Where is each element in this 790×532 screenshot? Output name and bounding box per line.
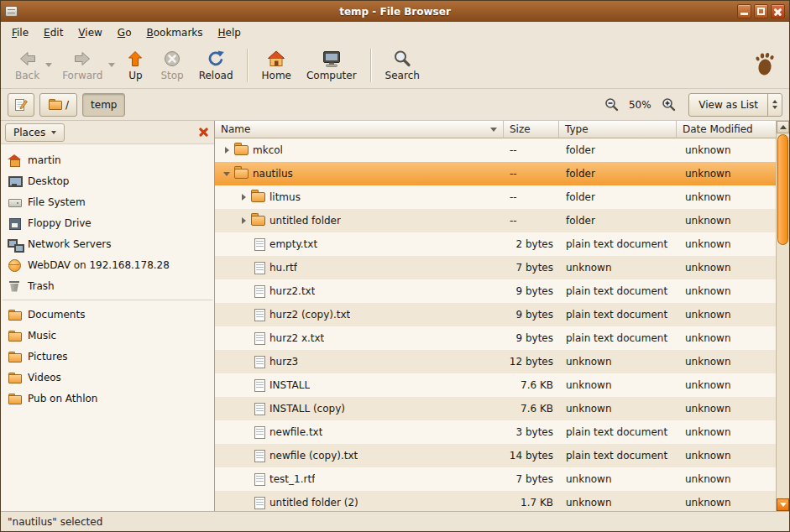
table-row[interactable]: empty.txt 2 bytes plain text document un… (215, 232, 776, 256)
sidebar-item-desktop[interactable]: Desktop (1, 170, 214, 191)
back-history-dropdown-icon[interactable] (44, 63, 53, 67)
menu-edit[interactable]: Edit (36, 23, 71, 42)
name-cell: hurz2 x.txt (215, 326, 504, 350)
up-button[interactable]: Up (118, 46, 153, 84)
view-mode-stepper-icon[interactable] (767, 94, 782, 116)
table-row[interactable]: INSTALL (copy) 7.6 KB unknown unknown (215, 397, 776, 420)
zoom-out-button[interactable] (601, 95, 621, 115)
vertical-scrollbar[interactable] (776, 121, 789, 511)
type-cell: plain text document (559, 285, 677, 297)
sidebar-item-pictures[interactable]: Pictures (1, 346, 214, 367)
date-cell: unknown (677, 450, 776, 462)
close-sidebar-icon[interactable] (197, 126, 210, 138)
text-file-icon (254, 473, 265, 486)
table-row[interactable]: mkcol -- folder unknown (215, 138, 776, 162)
date-cell: unknown (677, 426, 776, 438)
reload-icon (206, 49, 226, 69)
table-row[interactable]: hurz2.txt 9 bytes plain text document un… (215, 279, 776, 303)
sidebar-item-floppy-drive[interactable]: Floppy Drive (1, 212, 214, 233)
minimize-icon[interactable] (737, 4, 751, 18)
table-row-selected[interactable]: nautilus -- folder unknown (215, 162, 776, 185)
sidebar-item-pub-on-athlon[interactable]: Pub on Athlon (1, 388, 214, 409)
type-cell: plain text document (559, 450, 677, 462)
table-row[interactable]: newfile.txt 3 bytes plain text document … (215, 420, 776, 444)
sidebar-item-documents[interactable]: Documents (1, 304, 214, 325)
size-cell: -- (504, 168, 559, 180)
window-icon (5, 6, 18, 17)
back-arrow-icon (18, 49, 38, 69)
forward-button[interactable]: Forward (55, 46, 110, 84)
sidebar-item-trash[interactable]: Trash (1, 275, 214, 296)
column-header-date-modified[interactable]: Date Modified (677, 121, 776, 138)
date-cell: unknown (677, 144, 776, 156)
sidebar-view-selector[interactable]: Places (5, 123, 65, 142)
menu-go[interactable]: Go (110, 23, 139, 42)
view-mode-select[interactable]: View as List (688, 93, 782, 117)
menu-view[interactable]: View (71, 23, 109, 42)
sidebar-item-videos[interactable]: Videos (1, 367, 214, 388)
sidebar-item-network-servers[interactable]: Network Servers (1, 233, 214, 254)
reload-button[interactable]: Reload (191, 46, 241, 84)
maximize-icon[interactable] (754, 4, 768, 18)
folder-icon (8, 392, 21, 405)
search-button[interactable]: Search (378, 46, 427, 84)
scrollbar-track[interactable] (777, 133, 789, 498)
table-row[interactable]: hu.rtf 7 bytes unknown unknown (215, 256, 776, 279)
sidebar-header: Places (1, 121, 214, 144)
close-icon[interactable] (771, 4, 785, 18)
toggle-location-entry-button[interactable] (8, 93, 34, 117)
stop-icon (162, 49, 182, 69)
type-cell: unknown (559, 262, 677, 274)
table-row[interactable]: hurz3 12 bytes unknown unknown (215, 350, 776, 373)
forward-history-dropdown-icon[interactable] (107, 63, 116, 67)
table-row[interactable]: test_1.rtf 7 bytes unknown unknown (215, 467, 776, 491)
computer-button[interactable]: Computer (299, 46, 364, 84)
column-header-size[interactable]: Size (504, 121, 559, 138)
table-row[interactable]: untitled folder -- folder unknown (215, 209, 776, 232)
path-button-temp[interactable]: temp (82, 93, 125, 117)
titlebar[interactable]: temp - File Browser (1, 1, 789, 22)
menu-file[interactable]: File (4, 23, 36, 42)
date-cell: unknown (677, 332, 776, 344)
table-row[interactable]: hurz2 x.txt 9 bytes plain text document … (215, 326, 776, 350)
expander-collapsed-icon[interactable] (221, 143, 234, 157)
zoom-in-button[interactable] (658, 95, 678, 115)
up-arrow-icon (125, 49, 145, 69)
size-cell: -- (504, 191, 559, 203)
sidebar-item-martin[interactable]: martin (1, 149, 214, 170)
scrollbar-thumb[interactable] (777, 134, 788, 245)
menu-bookmarks[interactable]: Bookmarks (139, 23, 210, 42)
column-header-type[interactable]: Type (559, 121, 677, 138)
table-row[interactable]: hurz2 (copy).txt 9 bytes plain text docu… (215, 303, 776, 326)
date-cell: unknown (677, 473, 776, 485)
path-button-root[interactable]: / (39, 93, 77, 117)
back-button[interactable]: Back (8, 46, 47, 84)
table-row[interactable]: INSTALL 7.6 KB unknown unknown (215, 373, 776, 397)
drive-icon (8, 196, 21, 209)
type-cell: plain text document (559, 426, 677, 438)
expander-expanded-icon[interactable] (221, 167, 234, 180)
name-cell: mkcol (215, 138, 504, 162)
date-cell: unknown (677, 309, 776, 321)
scroll-down-icon[interactable] (777, 498, 789, 511)
edit-location-icon (13, 97, 29, 112)
expander-collapsed-icon[interactable] (238, 214, 251, 227)
location-bar: / temp 50% View as List (1, 89, 789, 121)
sidebar-item-webdav[interactable]: WebDAV on 192.168.178.28 (1, 254, 214, 275)
text-file-icon (254, 285, 265, 298)
table-row[interactable]: litmus -- folder unknown (215, 185, 776, 209)
column-header-name[interactable]: Name (215, 121, 504, 138)
scroll-up-icon[interactable] (777, 121, 789, 133)
type-cell: unknown (559, 497, 677, 509)
sidebar-item-music[interactable]: Music (1, 325, 214, 346)
expander-collapsed-icon[interactable] (238, 190, 251, 204)
home-button[interactable]: Home (254, 46, 299, 84)
menu-help[interactable]: Help (211, 23, 249, 42)
table-row[interactable]: newfile (copy).txt 14 bytes plain text d… (215, 444, 776, 467)
table-row[interactable]: untitled folder (2) 1.7 KB unknown unkno… (215, 491, 776, 511)
zoom-out-icon (604, 97, 619, 112)
sidebar-item-file-system[interactable]: File System (1, 191, 214, 212)
stop-button[interactable]: Stop (153, 46, 191, 84)
toolbar-separator (370, 49, 372, 82)
type-cell: unknown (559, 356, 677, 368)
